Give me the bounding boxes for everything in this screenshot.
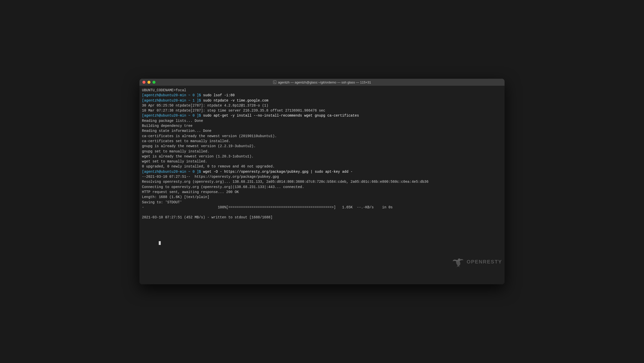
line-15: wget set to manually installed. <box>142 159 502 164</box>
line-17: [agentzh@ubuntu20-min ~ 0 ]$ wget -O - h… <box>142 169 502 174</box>
titlebar: agentzh — agentzh@glass:~/git/ordemo — s… <box>139 79 505 86</box>
line-empty-2 <box>142 220 502 225</box>
terminal-content: UBUNTU_CODENAME=focal [agentzh@ubuntu20-… <box>142 88 502 266</box>
line-prompt-final: OPENRESTY <box>142 225 502 266</box>
progress-bar-line: - 100%[=================================… <box>142 205 502 210</box>
line-20: Connecting to openresty.org (openresty.o… <box>142 185 502 190</box>
line-7: Reading package lists... Done <box>142 118 502 123</box>
line-written: 2021-03-10 07:27:51 (452 MB/s) - written… <box>142 215 502 220</box>
terminal-body[interactable]: UBUNTU_CODENAME=focal [agentzh@ubuntu20-… <box>139 86 505 284</box>
line-11: ca-certificates set to manually installe… <box>142 139 502 144</box>
line-9: Reading state information... Done <box>142 128 502 133</box>
minimize-button[interactable] <box>147 81 150 84</box>
line-empty-1 <box>142 210 502 215</box>
openresty-text: OPENRESTY <box>467 258 502 265</box>
line-3: [agentzh@ubuntu20-min ~ 1 ]$ sudo ntpdat… <box>142 98 502 103</box>
line-23: Saving to: 'STDOUT' <box>142 200 502 205</box>
line-19: Resolving openresty.org (openresty.org).… <box>142 179 502 184</box>
line-16: 0 upgraded, 0 newly installed, 0 to remo… <box>142 164 502 169</box>
line-22: Length: 1688 (1.6K) [text/plain] <box>142 195 502 200</box>
line-2: [agentzh@ubuntu20-min ~ 0 ]$ sudo lsof -… <box>142 93 502 98</box>
line-13: gnupg set to manually installed. <box>142 149 502 154</box>
line-1: UBUNTU_CODENAME=focal <box>142 88 502 93</box>
line-14: wget is already the newest version (1.20… <box>142 154 502 159</box>
terminal-window: agentzh — agentzh@glass:~/git/ordemo — s… <box>139 79 505 284</box>
line-5: 10 Mar 07:27:38 ntpdate[2787]: step time… <box>142 108 502 113</box>
line-12: gnupg is already the newest version (2.2… <box>142 144 502 149</box>
close-button[interactable] <box>142 81 145 84</box>
maximize-button[interactable] <box>152 81 155 84</box>
line-4: 30 Apr 05:25:50 ntpdate[2787]: ntpdate 4… <box>142 103 502 108</box>
openresty-logo: OPENRESTY <box>452 255 502 268</box>
terminal-icon <box>273 80 277 84</box>
line-21: HTTP request sent, awaiting response... … <box>142 190 502 195</box>
svg-rect-0 <box>273 81 276 84</box>
window-title: agentzh — agentzh@glass:~/git/ordemo — s… <box>273 80 371 84</box>
line-18: --2021-03-10 07:27:51-- https://openrest… <box>142 174 502 179</box>
line-6: [agentzh@ubuntu20-min ~ 0 ]$ sudo apt-ge… <box>142 113 502 118</box>
line-8: Building dependency tree <box>142 123 502 128</box>
traffic-lights <box>142 81 155 84</box>
openresty-bird-icon <box>452 255 465 268</box>
line-10: ca-certificates is already the newest ve… <box>142 134 502 139</box>
terminal-cursor <box>159 241 161 245</box>
svg-point-3 <box>458 258 460 261</box>
